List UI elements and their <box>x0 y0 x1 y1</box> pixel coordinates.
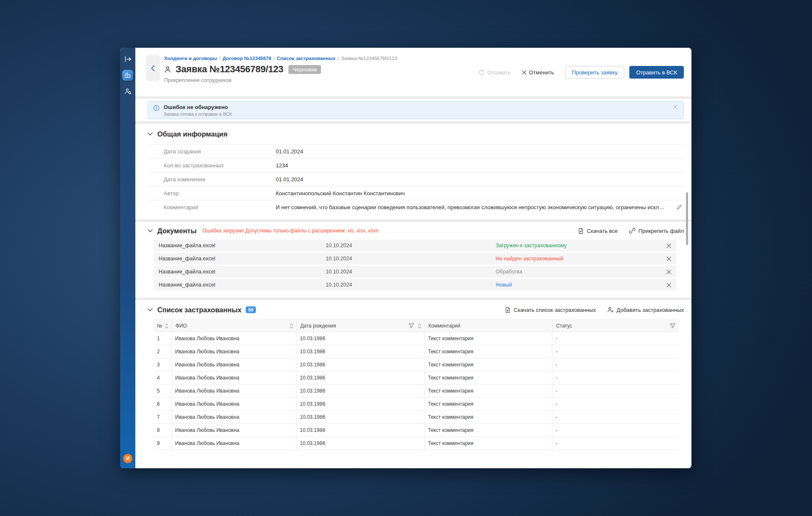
building-icon <box>124 72 131 79</box>
cell-birthdate: 10.03.1986 <box>296 345 424 358</box>
sidebar-item-holdings-contracts[interactable] <box>122 70 133 81</box>
document-status: Не найден застрахованный <box>496 256 667 262</box>
cell-comment: Текст комментария <box>424 371 552 384</box>
sidebar-expand-button[interactable] <box>122 54 133 65</box>
edit-comment-button[interactable] <box>668 204 684 210</box>
scrollbar[interactable] <box>686 192 688 245</box>
document-name: Название_файла.excel <box>159 256 326 262</box>
remove-document-button[interactable] <box>667 243 671 248</box>
upload-error-text: Ошибка загрузки! Допустимы только файлы … <box>203 228 379 234</box>
pencil-icon <box>676 204 682 210</box>
filter-icon <box>670 323 675 328</box>
page-header: Холдинги и договоры/Договор №12345678/Сп… <box>135 48 691 96</box>
column-header-number[interactable]: № <box>154 320 172 332</box>
collapse-documents-icon[interactable] <box>148 229 153 232</box>
breadcrumb-separator: / <box>337 56 339 61</box>
document-row: Название_файла.excel10.10.2024Новый <box>154 279 676 291</box>
collapse-general-icon[interactable] <box>148 132 153 136</box>
app-window: И Холдинги и договоры/Договор №12345678/… <box>120 48 691 468</box>
cell-name: Иванова Любовь Ивановна <box>171 411 296 423</box>
remove-document-button[interactable] <box>667 270 671 274</box>
download-insured-list-button[interactable]: Скачать список застрахованных <box>505 307 596 313</box>
column-header-name[interactable]: ФИО <box>172 320 296 332</box>
cell-comment: Текст комментария <box>424 385 552 397</box>
cell-birthdate: 10.03.1986 <box>296 411 424 423</box>
info-label: Автор <box>164 190 276 197</box>
breadcrumb-link: Заявка №123456789/123 <box>341 56 397 61</box>
cell-number: 8 <box>154 424 171 437</box>
sidebar-expand-icon <box>124 56 132 63</box>
document-row: Название_файла.excel10.10.2024Загружен к… <box>154 240 676 251</box>
breadcrumb: Холдинги и договоры/Договор №12345678/Сп… <box>164 56 691 61</box>
info-row: АвторКонстантинопольский Константин Конс… <box>148 186 684 200</box>
info-value: 01.01.2024 <box>276 176 684 183</box>
document-date: 10.10.2024 <box>326 243 496 248</box>
cell-name: Иванова Любовь Ивановна <box>171 385 296 397</box>
send-to-vsk-button[interactable]: Отравить в ВСК <box>629 66 684 79</box>
download-file-icon <box>578 228 584 234</box>
sort-icon <box>165 323 168 329</box>
column-header-birthdate[interactable]: Дата рождения <box>296 320 425 332</box>
person-plus-icon <box>607 306 614 313</box>
attach-file-button[interactable]: Прикрепить файл <box>629 227 684 234</box>
check-request-button[interactable]: Проверить заявку <box>565 66 624 79</box>
breadcrumb-separator: / <box>219 56 220 61</box>
back-button[interactable] <box>146 55 160 81</box>
user-avatar[interactable]: И <box>123 454 132 463</box>
main-content: Холдинги и договоры/Договор №12345678/Сп… <box>135 48 691 468</box>
document-name: Название_файла.excel <box>159 243 326 248</box>
general-section-title: Общая информация <box>157 130 228 138</box>
breadcrumb-link[interactable]: Список застрахованных <box>277 56 336 61</box>
cell-number: 6 <box>154 398 171 410</box>
table-row: 8Иванова Любовь Ивановна10.03.1986Текст … <box>154 424 679 437</box>
cell-comment: Текст комментария <box>424 358 552 371</box>
close-icon <box>667 270 671 274</box>
close-icon <box>667 257 671 261</box>
info-row: Кол-во застрахованных1234 <box>148 158 684 172</box>
documents-section: Документы Ошибка загрузки! Допустимы тол… <box>135 222 691 298</box>
cell-status: - <box>552 358 679 371</box>
remove-document-button[interactable] <box>667 257 671 261</box>
sidebar: И <box>120 48 135 468</box>
download-all-button[interactable]: Скачать все <box>578 228 618 234</box>
column-header-status[interactable]: Статус <box>552 320 679 332</box>
banner-title: Ошибок не обнаружено <box>164 104 232 110</box>
breadcrumb-link[interactable]: Договор №12345678 <box>222 56 271 61</box>
banner-close-icon[interactable] <box>673 105 678 109</box>
link-icon <box>629 227 636 234</box>
info-value: Константинопольский Константин Константи… <box>276 190 684 197</box>
cell-name: Иванова Любовь Ивановна <box>171 424 296 437</box>
info-label: Дата создания <box>164 148 276 155</box>
cancel-button[interactable]: Отменить <box>522 69 554 76</box>
info-row: Дата изменения01.01.2024 <box>148 172 684 186</box>
person-icon <box>164 66 171 73</box>
insured-list-section: Список застрахованных 50 Скачать список … <box>135 300 691 457</box>
person-search-icon <box>124 88 132 95</box>
info-value: 01.01.2024 <box>276 148 684 155</box>
info-label: Дата изменения <box>164 176 276 183</box>
cell-status: - <box>552 371 679 384</box>
breadcrumb-link[interactable]: Холдинги и договоры <box>164 56 217 61</box>
cell-birthdate: 10.03.1986 <box>296 358 424 371</box>
table-row: 3Иванова Любовь Ивановна10.03.1986Текст … <box>154 358 679 371</box>
cell-number: 2 <box>154 345 171 358</box>
info-label: Кол-во застрахованных <box>164 162 276 169</box>
collapse-insured-icon[interactable] <box>148 308 153 311</box>
table-row: 6Иванова Любовь Ивановна10.03.1986Текст … <box>154 398 679 411</box>
download-file-icon <box>505 307 511 313</box>
add-insured-button[interactable]: Добавить застрахованных <box>607 306 684 313</box>
remove-document-button[interactable] <box>667 283 671 287</box>
cell-name: Иванова Любовь Ивановна <box>171 437 296 450</box>
insured-count-badge: 50 <box>246 306 256 313</box>
cell-status: - <box>552 437 679 450</box>
recall-button[interactable]: Отозвать <box>478 69 510 76</box>
insured-section-title: Список застрахованных <box>157 306 241 314</box>
document-date: 10.10.2024 <box>326 282 496 288</box>
cell-birthdate: 10.03.1986 <box>296 437 424 450</box>
table-row: 5Иванова Любовь Ивановна10.03.1986Текст … <box>154 385 679 398</box>
info-banner: Ошибок не обнаружено Заявка готова к отп… <box>148 101 684 119</box>
cell-status: - <box>552 385 679 397</box>
cell-birthdate: 10.03.1986 <box>296 371 424 384</box>
page-title: Заявка №123456789/123 <box>176 64 283 75</box>
sidebar-item-insured-search[interactable] <box>122 86 133 97</box>
